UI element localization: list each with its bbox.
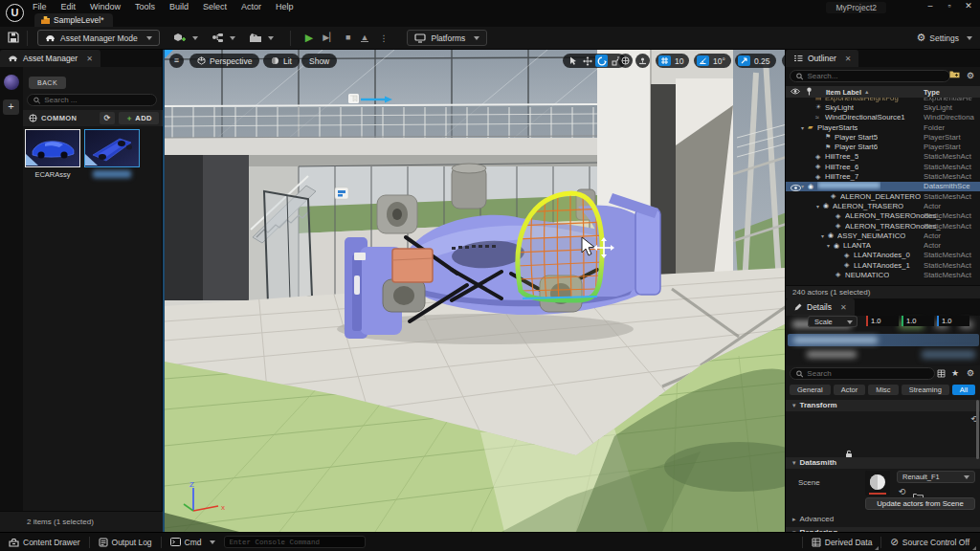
filter-chip[interactable]: All: [952, 385, 975, 395]
console-command-input[interactable]: [224, 536, 366, 548]
display-options-icon[interactable]: [934, 367, 947, 380]
tab-asset-manager[interactable]: Asset Manager ✕: [0, 50, 100, 67]
add-collection-button[interactable]: +: [3, 99, 19, 115]
column-type[interactable]: Type: [924, 88, 940, 97]
surface-snapping-toggle[interactable]: [635, 54, 650, 68]
expander-icon[interactable]: ▾: [801, 183, 808, 189]
play-options-icon[interactable]: ⋮: [379, 33, 388, 43]
details-settings-icon[interactable]: ⚙: [964, 367, 977, 380]
tab-outliner[interactable]: Outliner ✕: [786, 50, 858, 67]
unreal-logo[interactable]: U: [6, 4, 24, 22]
menu-item[interactable]: File: [33, 2, 47, 11]
blueprints-button[interactable]: [212, 33, 235, 43]
cmd-selector[interactable]: Cmd: [162, 533, 224, 551]
filter-chip[interactable]: Streaming: [902, 385, 949, 395]
perspective-selector[interactable]: Perspective: [189, 54, 259, 68]
settings-button[interactable]: ⚙ Settings: [916, 32, 972, 44]
back-button[interactable]: BACK: [29, 77, 66, 89]
new-folder-icon[interactable]: [947, 70, 961, 82]
transform-section-header[interactable]: ▾Transform: [786, 400, 980, 411]
datasmith-section-header[interactable]: ▾Datasmith: [786, 457, 980, 469]
menu-item[interactable]: Window: [90, 2, 121, 11]
root-component-row-redacted[interactable]: [788, 334, 979, 346]
add-actor-button[interactable]: [173, 33, 198, 44]
z-value-field[interactable]: 1.0: [937, 316, 969, 326]
filter-chip[interactable]: Misc: [868, 385, 898, 395]
select-tool[interactable]: [567, 55, 579, 67]
tab-samplelevel[interactable]: SampleLevel*: [34, 13, 113, 27]
outliner-row[interactable]: ◈ NEUMATICO StaticMeshAct: [786, 270, 980, 279]
asset-search[interactable]: [27, 94, 157, 106]
menu-item[interactable]: Actor: [241, 2, 261, 11]
output-log-button[interactable]: Output Log: [90, 533, 161, 551]
scale-snap-control[interactable]: 0.25: [735, 54, 776, 68]
outliner-row[interactable]: ◈ HillTree_6 StaticMeshAct: [786, 162, 980, 171]
column-item-label[interactable]: Item Label: [826, 88, 861, 97]
viewport-canvas[interactable]: ≡ Perspective Lit Show 10: [163, 50, 785, 532]
expander-icon[interactable]: ▾: [821, 232, 828, 239]
outliner-row[interactable]: ◈ ALERON_TRASEROnodes_ StaticMeshAct: [786, 211, 980, 221]
rotation-snap-control[interactable]: 10°: [694, 54, 731, 68]
common-section-header[interactable]: COMMON ⟳ ＋ ADD: [23, 110, 163, 126]
play-button[interactable]: ▶: [305, 33, 313, 43]
outliner-search[interactable]: [790, 70, 950, 82]
pin-column-icon[interactable]: [806, 87, 813, 98]
rotate-tool[interactable]: [595, 55, 608, 67]
asset-item-ecarassy[interactable]: [25, 129, 80, 167]
menu-item[interactable]: Help: [276, 2, 294, 11]
outliner-search-input[interactable]: [807, 72, 944, 80]
outliner-row[interactable]: ▾ ◉ DatasmithSce: [786, 182, 980, 191]
outliner-row[interactable]: ≈ WindDirectionalSource1 WindDirectiona: [786, 113, 980, 122]
expander-icon[interactable]: ▾: [816, 203, 823, 209]
menu-item[interactable]: Tools: [135, 2, 155, 11]
outliner-row[interactable]: ◈ LLANTAnodes_1 StaticMeshAct: [786, 260, 980, 270]
refresh-button[interactable]: ⟳: [100, 112, 115, 124]
cinematics-button[interactable]: [249, 33, 274, 43]
asset-item-chassis[interactable]: [84, 129, 140, 167]
tab-details[interactable]: Details ✕: [786, 298, 855, 316]
source-control-button[interactable]: ⊘ Source Control Off: [881, 533, 978, 551]
eye-column-icon[interactable]: [791, 88, 800, 97]
filter-chip[interactable]: General: [790, 385, 831, 395]
platforms-button[interactable]: Platforms: [407, 30, 487, 46]
outliner-column-headers[interactable]: Item Label ▲ Type: [786, 86, 980, 98]
close-icon[interactable]: ✕: [840, 303, 847, 312]
outliner-row[interactable]: ▾ ◉ ALERON_TRASERO Actor: [786, 201, 980, 210]
close-button[interactable]: ✕: [961, 1, 976, 11]
outliner-row[interactable]: ◈ HillTree_7 StaticMeshAct: [786, 171, 980, 181]
transform-axis-selector[interactable]: Scale: [808, 316, 858, 327]
add-asset-button[interactable]: ＋ ADD: [119, 112, 159, 124]
save-icon[interactable]: [8, 30, 19, 47]
close-icon[interactable]: ✕: [86, 55, 93, 63]
menu-item[interactable]: Edit: [61, 2, 77, 11]
scene-asset-dropdown[interactable]: Renault_F1: [897, 471, 975, 483]
update-actors-button[interactable]: Update actors from Scene: [865, 497, 975, 510]
outliner-row[interactable]: ⚑ Player Start5 PlayerStart: [786, 132, 980, 142]
expander-icon[interactable]: ▾: [801, 124, 808, 131]
show-menu[interactable]: Show: [301, 54, 337, 68]
x-value-field[interactable]: 1.0: [866, 316, 899, 326]
world-local-toggle[interactable]: [618, 54, 633, 68]
outliner-row[interactable]: ⚑ Player Start6 PlayerStart: [786, 142, 980, 151]
expander-icon[interactable]: ▾: [827, 242, 834, 249]
close-icon[interactable]: ✕: [845, 55, 852, 63]
menu-item[interactable]: Select: [203, 2, 227, 11]
outliner-row[interactable]: ▾ ◉ ASSY_NEUMATICO Actor: [786, 231, 980, 240]
outliner-row[interactable]: ◈ ALERON_DELANTERO StaticMeshAct: [786, 191, 980, 201]
details-search-input[interactable]: [807, 369, 928, 378]
details-scrollbar[interactable]: [976, 400, 979, 459]
favorites-star-icon[interactable]: ★: [948, 367, 962, 380]
content-drawer-button[interactable]: Content Drawer: [0, 533, 89, 551]
outliner-row[interactable]: ◈ LLANTAnodes_0 StaticMeshAct: [786, 251, 980, 260]
outliner-settings-icon[interactable]: ⚙: [964, 70, 977, 82]
collection-thumb-icon[interactable]: [4, 75, 19, 90]
details-search[interactable]: [790, 367, 935, 380]
menu-item[interactable]: Build: [169, 2, 189, 11]
filter-chip[interactable]: Actor: [834, 385, 866, 395]
derived-data-button[interactable]: Derived Data: [803, 533, 881, 551]
move-tool[interactable]: [581, 55, 593, 67]
lit-mode-selector[interactable]: Lit: [263, 54, 300, 68]
y-value-field[interactable]: 1.0: [902, 316, 934, 326]
use-selected-icon[interactable]: ⟲: [899, 487, 906, 496]
minimize-button[interactable]: –: [923, 1, 938, 11]
